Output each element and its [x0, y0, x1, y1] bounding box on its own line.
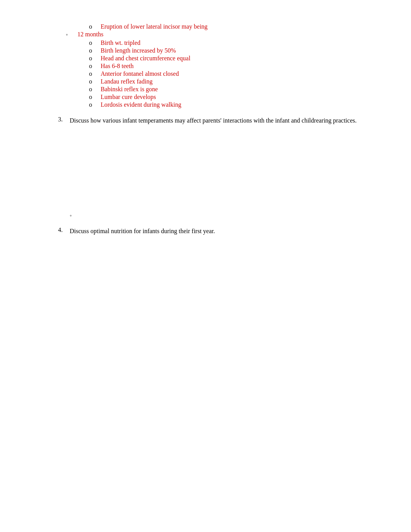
sub-bullet-1: o [89, 47, 101, 54]
sub-bullet-7: o [89, 94, 101, 101]
sub-item-2: o Head and chest circumference equal [58, 55, 368, 62]
standalone-bullet: ◦ [58, 213, 368, 219]
sub-item-8: o Lordosis evident during walking [58, 101, 368, 108]
sub-item-text-8: Lordosis evident during walking [101, 101, 181, 108]
main-content: o Eruption of lower lateral incisor may … [58, 23, 368, 236]
sub-bullet-5: o [89, 78, 101, 85]
numbered-item-3-text: Discuss how various infant temperaments … [70, 116, 356, 125]
sub-item-6: o Babinski reflex is gone [58, 86, 368, 93]
main-item-12months: ◦ 12 months [58, 31, 368, 38]
sub-bullet-6: o [89, 86, 101, 93]
sub-item-text-7: Lumbar cure develops [101, 94, 156, 101]
gap-1 [58, 131, 368, 209]
sub-item-text-1: Birth length increased by 50% [101, 47, 176, 54]
sub-item-4: o Anterior fontanel almost closed [58, 70, 368, 77]
sub-item-text-4: Anterior fontanel almost closed [101, 70, 179, 77]
sub-item-5: o Landau reflex fading [58, 78, 368, 85]
main-bullet: ◦ [66, 32, 77, 38]
sub-item-1: o Birth length increased by 50% [58, 47, 368, 54]
number-4: 4. [58, 227, 70, 234]
sub-bullet-3: o [89, 63, 101, 70]
sub-item-text: Eruption of lower lateral incisor may be… [101, 23, 207, 30]
sub-item-text-6: Babinski reflex is gone [101, 86, 158, 93]
number-3: 3. [58, 116, 70, 123]
main-item-label: 12 months [77, 31, 103, 38]
numbered-item-3: 3. Discuss how various infant temperamen… [58, 116, 368, 125]
sub-item-0: o Birth wt. tripled [58, 39, 368, 46]
sub-bullet: o [89, 23, 101, 30]
sub-item-7: o Lumbar cure develops [58, 94, 368, 101]
sub-bullet-0: o [89, 39, 101, 46]
sub-bullet-8: o [89, 101, 101, 108]
sub-item-text-2: Head and chest circumference equal [101, 55, 190, 62]
sub-item-text-5: Landau reflex fading [101, 78, 152, 85]
sub-item-text-3: Has 6-8 teeth [101, 63, 134, 70]
numbered-item-4-text: Discuss optimal nutrition for infants du… [70, 227, 215, 236]
sub-item-3: o Has 6-8 teeth [58, 63, 368, 70]
sub-item-eruption: o Eruption of lower lateral incisor may … [58, 23, 368, 30]
sub-bullet-2: o [89, 55, 101, 62]
sub-bullet-4: o [89, 70, 101, 77]
sub-item-text-0: Birth wt. tripled [101, 39, 140, 46]
numbered-item-4: 4. Discuss optimal nutrition for infants… [58, 227, 368, 236]
